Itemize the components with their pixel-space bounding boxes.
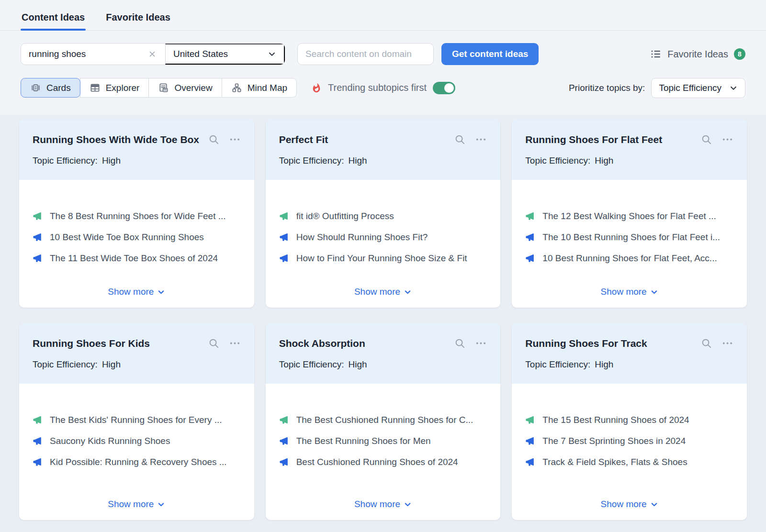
close-icon [148, 50, 157, 58]
search-icon [454, 338, 465, 349]
topic-search-button[interactable] [701, 338, 712, 349]
topic-more-button[interactable] [475, 338, 487, 349]
headline-item[interactable]: How Should Running Shoes Fit? [279, 232, 487, 243]
report-icon [158, 82, 169, 93]
table-icon [90, 82, 101, 93]
headline-item[interactable]: The 10 Best Running Shoes for Flat Feet … [525, 232, 733, 243]
headline-item[interactable]: fit id® Outfitting Process [279, 211, 487, 222]
tab-favorite-ideas[interactable]: Favorite Ideas [105, 12, 171, 30]
headline-list: fit id® Outfitting ProcessHow Should Run… [279, 180, 487, 284]
clear-query-button[interactable] [146, 48, 158, 60]
search-icon [701, 338, 712, 349]
headline-text: fit id® Outfitting Process [296, 211, 394, 222]
show-more-button[interactable]: Show more [352, 496, 414, 512]
headline-item[interactable]: The 12 Best Walking Shoes for Flat Feet … [525, 211, 733, 222]
topic-efficiency-label: Topic Efficiency: [525, 359, 590, 369]
headline-item[interactable]: The 15 Best Running Shoes of 2024 [525, 414, 733, 426]
topic-search-button[interactable] [454, 134, 465, 145]
show-more-button[interactable]: Show more [352, 284, 414, 300]
topic-search-button[interactable] [454, 338, 465, 349]
headline-item[interactable]: How to Find Your Running Shoe Size & Fit [279, 253, 487, 264]
megaphone-icon [525, 457, 535, 467]
topic-efficiency: Topic Efficiency:High [279, 154, 487, 167]
headline-item[interactable]: The 11 Best Wide Toe Box Shoes of 2024 [33, 253, 241, 264]
headline-item[interactable]: 10 Best Running Shoes for Flat Feet, Acc… [525, 253, 733, 264]
list-icon [650, 48, 662, 60]
topic-efficiency-label: Topic Efficiency: [33, 359, 98, 369]
view-cards-button[interactable]: Cards [21, 78, 80, 98]
topic-efficiency-value: High [349, 359, 367, 369]
headline-text: Best Cushioned Running Shoes of 2024 [296, 456, 458, 468]
topic-efficiency-label: Topic Efficiency: [279, 359, 344, 369]
view-explorer-button[interactable]: Explorer [80, 78, 149, 98]
headline-item[interactable]: Saucony Kids Running Shoes [33, 435, 241, 447]
headline-item[interactable]: The Best Kids' Running Shoes for Every .… [33, 414, 241, 426]
search-icon [208, 134, 219, 145]
topic-cards-grid: Running Shoes With Wide Toe Box [0, 115, 766, 532]
megaphone-icon [279, 232, 289, 242]
domain-search-input[interactable] [297, 43, 434, 65]
headline-item[interactable]: Kid Possible: Running & Recovery Shoes .… [33, 456, 241, 468]
trending-toggle-label: Trending subtopics first [328, 82, 427, 93]
headline-list: The 15 Best Running Shoes of 2024The 7 B… [525, 384, 733, 496]
headline-item[interactable]: The Best Cushioned Running Shoes for C..… [279, 414, 487, 426]
megaphone-trending-icon [525, 211, 535, 221]
topic-efficiency: Topic Efficiency:High [33, 358, 241, 371]
topic-efficiency: Topic Efficiency:High [525, 358, 733, 371]
topic-more-button[interactable] [229, 134, 241, 145]
topic-search-button[interactable] [208, 338, 219, 349]
headline-item[interactable]: The 8 Best Running Shoes for Wide Feet .… [33, 211, 241, 222]
headline-text: Kid Possible: Running & Recovery Shoes .… [50, 456, 227, 468]
topic-more-button[interactable] [229, 338, 241, 349]
prioritize-select[interactable]: Topic Efficiency [651, 78, 745, 98]
megaphone-icon [33, 232, 43, 242]
show-more-button[interactable]: Show more [599, 496, 660, 512]
headline-list: The Best Kids' Running Shoes for Every .… [33, 384, 241, 496]
favorite-ideas-link[interactable]: Favorite Ideas 8 [650, 48, 745, 60]
tab-content-ideas[interactable]: Content Ideas [21, 12, 86, 30]
show-more-button[interactable]: Show more [106, 284, 167, 300]
show-more-button[interactable]: Show more [106, 496, 167, 512]
chevron-down-icon [157, 288, 165, 296]
headline-text: The Best Cushioned Running Shoes for C..… [296, 414, 473, 426]
topic-search-button[interactable] [208, 134, 219, 145]
view-mindmap-button[interactable]: Mind Map [222, 78, 297, 98]
topic-efficiency: Topic Efficiency:High [279, 358, 487, 371]
topic-card: Running Shoes With Wide Toe Box [19, 119, 254, 308]
topic-title: Running Shoes For Flat Feet [525, 132, 701, 147]
megaphone-trending-icon [33, 415, 43, 425]
topic-search-button[interactable] [701, 134, 712, 145]
prioritize-label: Prioritize topics by: [569, 83, 645, 93]
topic-query-input[interactable] [29, 49, 146, 59]
topic-more-button[interactable] [721, 338, 733, 349]
get-content-ideas-button[interactable]: Get content ideas [441, 43, 539, 65]
headline-item[interactable]: 10 Best Wide Toe Box Running Shoes [33, 232, 241, 243]
query-segment [21, 44, 165, 65]
ellipsis-icon [475, 338, 487, 349]
ellipsis-icon [721, 134, 733, 145]
headline-item[interactable]: The Best Running Shoes for Men [279, 435, 487, 447]
headline-item[interactable]: The 7 Best Sprinting Shoes in 2024 [525, 435, 733, 447]
topic-efficiency-label: Topic Efficiency: [525, 155, 590, 166]
topic-efficiency-label: Topic Efficiency: [33, 155, 98, 166]
headline-text: The 11 Best Wide Toe Box Shoes of 2024 [50, 253, 218, 264]
topic-title: Running Shoes For Kids [33, 335, 208, 351]
topic-card-body: The 8 Best Running Shoes for Wide Feet .… [19, 180, 254, 308]
topic-more-button[interactable] [475, 134, 487, 145]
topic-card-header: Running Shoes For Track [512, 323, 747, 384]
headline-item[interactable]: Best Cushioned Running Shoes of 2024 [279, 456, 487, 468]
topic-efficiency-value: High [102, 155, 121, 166]
topic-title: Perfect Fit [279, 132, 455, 147]
country-value: United States [173, 49, 228, 59]
show-more-button[interactable]: Show more [599, 284, 660, 300]
view-overview-button[interactable]: Overview [148, 78, 222, 98]
headline-list: The 8 Best Running Shoes for Wide Feet .… [33, 180, 241, 284]
country-select[interactable]: United States [165, 44, 285, 65]
headline-text: 10 Best Wide Toe Box Running Shoes [50, 232, 204, 243]
headline-item[interactable]: Track & Field Spikes, Flats & Shoes [525, 456, 733, 468]
topic-more-button[interactable] [721, 134, 733, 145]
headline-text: The 10 Best Running Shoes for Flat Feet … [542, 232, 720, 243]
topic-card: Shock Absorption [266, 323, 501, 520]
top-bar: Content Ideas Favorite Ideas United Stat… [0, 0, 766, 115]
trending-toggle[interactable] [433, 82, 455, 94]
